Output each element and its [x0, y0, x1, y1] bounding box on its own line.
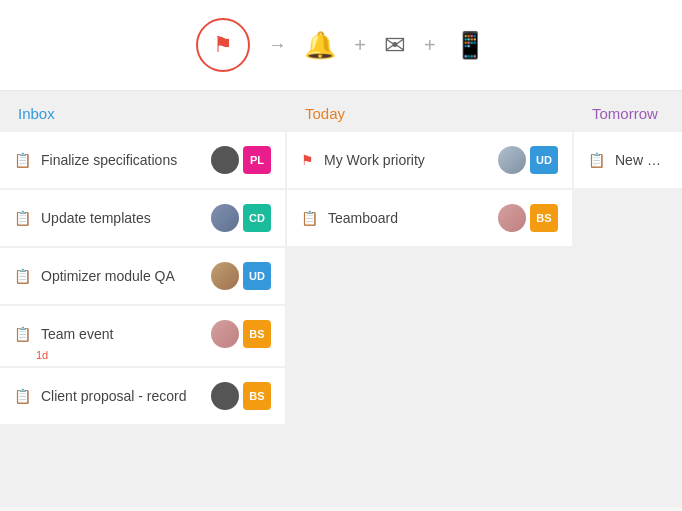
- avatar: [211, 204, 239, 232]
- badge: BS: [243, 382, 271, 410]
- inbox-header: Inbox: [0, 91, 285, 132]
- badge: UD: [243, 262, 271, 290]
- table-row[interactable]: 📋 Teamboard BS: [287, 190, 572, 246]
- task-icon: 📋: [14, 388, 31, 404]
- task-badges: BS: [498, 204, 558, 232]
- today-header: Today: [287, 91, 572, 132]
- avatar: [211, 146, 239, 174]
- tomorrow-items: 📋 New user B: [574, 132, 682, 188]
- badge: UD: [530, 146, 558, 174]
- task-label: New user B: [615, 152, 668, 168]
- table-row[interactable]: 📋 Update templates CD: [0, 190, 285, 246]
- avatar: [211, 382, 239, 410]
- inbox-column: Inbox 📋 Finalize specifications PL 📋 Upd…: [0, 91, 285, 507]
- task-icon: 📋: [14, 326, 31, 342]
- avatar: [211, 262, 239, 290]
- avatar: [211, 320, 239, 348]
- avatar: [498, 146, 526, 174]
- top-bar: ⚑ → 🔔 + ✉ + 📱: [0, 0, 682, 91]
- plus-icon-2: +: [424, 34, 436, 57]
- task-badges: UD: [498, 146, 558, 174]
- task-label: Finalize specifications: [41, 152, 201, 168]
- task-badges: CD: [211, 204, 271, 232]
- task-label: My Work priority: [324, 152, 488, 168]
- plus-icon-1: +: [354, 34, 366, 57]
- task-label: Team event: [41, 326, 201, 342]
- table-row[interactable]: ⚑ My Work priority UD: [287, 132, 572, 188]
- bell-icon: 🔔: [304, 30, 336, 61]
- badge: BS: [530, 204, 558, 232]
- task-label: Update templates: [41, 210, 201, 226]
- email-icon: ✉: [384, 30, 406, 61]
- task-icon: 📋: [301, 210, 318, 226]
- flag-icon: ⚑: [213, 32, 233, 58]
- arrow-icon: →: [268, 35, 286, 56]
- task-label: Client proposal - record: [41, 388, 201, 404]
- task-badges: BS: [211, 382, 271, 410]
- badge: PL: [243, 146, 271, 174]
- task-badges: UD: [211, 262, 271, 290]
- badge: CD: [243, 204, 271, 232]
- task-badges: BS: [211, 320, 271, 348]
- task-badges: PL: [211, 146, 271, 174]
- avatar: [498, 204, 526, 232]
- task-icon: 📋: [14, 152, 31, 168]
- inbox-items: 📋 Finalize specifications PL 📋 Update te…: [0, 132, 285, 424]
- table-row[interactable]: 📋 Client proposal - record BS: [0, 368, 285, 424]
- flag-button[interactable]: ⚑: [196, 18, 250, 72]
- task-icon: 📋: [588, 152, 605, 168]
- today-items: ⚑ My Work priority UD 📋 Teamboard BS: [287, 132, 572, 246]
- columns-container: Inbox 📋 Finalize specifications PL 📋 Upd…: [0, 91, 682, 507]
- badge: BS: [243, 320, 271, 348]
- mobile-icon: 📱: [454, 30, 486, 61]
- table-row[interactable]: 📋 New user B: [574, 132, 682, 188]
- task-icon: 📋: [14, 210, 31, 226]
- task-label: Optimizer module QA: [41, 268, 201, 284]
- task-label: Teamboard: [328, 210, 488, 226]
- flag-task-icon: ⚑: [301, 152, 314, 168]
- table-row[interactable]: 📋 Finalize specifications PL: [0, 132, 285, 188]
- overdue-badge: 1d: [36, 349, 48, 361]
- today-column: Today ⚑ My Work priority UD 📋 Teamboard …: [287, 91, 572, 507]
- tomorrow-header: Tomorrow: [574, 91, 682, 132]
- task-icon: 📋: [14, 268, 31, 284]
- table-row[interactable]: 📋 Optimizer module QA UD: [0, 248, 285, 304]
- table-row[interactable]: 📋 Team event BS 1d: [0, 306, 285, 366]
- tomorrow-column: Tomorrow 📋 New user B: [574, 91, 682, 507]
